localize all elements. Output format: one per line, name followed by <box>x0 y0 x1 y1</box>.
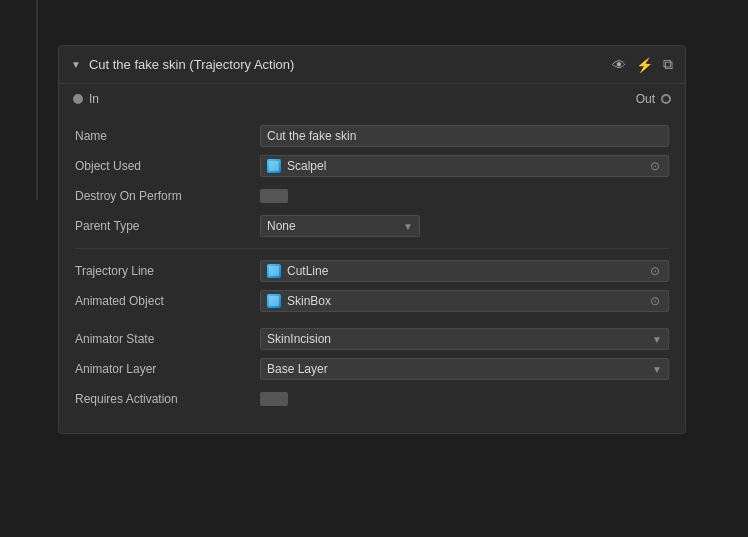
animator-state-selected: SkinIncision <box>267 332 652 346</box>
requires-activation-label: Requires Activation <box>75 392 260 406</box>
animated-object-value: SkinBox ⊙ <box>260 290 669 312</box>
destroy-on-perform-value <box>260 189 669 203</box>
trajectory-line-field[interactable]: CutLine ⊙ <box>260 260 669 282</box>
panel-content: Name Object Used Scalpel ⊙ Destroy <box>59 114 685 433</box>
animated-object-target-button[interactable]: ⊙ <box>648 294 662 308</box>
trajectory-line-label: Trajectory Line <box>75 264 260 278</box>
object-used-field-row: Object Used Scalpel ⊙ <box>75 154 669 178</box>
destroy-on-perform-field-row: Destroy On Perform <box>75 184 669 208</box>
section-gap <box>75 319 669 327</box>
name-input[interactable] <box>260 125 669 147</box>
link-icon[interactable]: ⧉ <box>663 56 673 73</box>
in-dot <box>73 94 83 104</box>
animator-layer-arrow-icon: ▼ <box>652 364 662 375</box>
trajectory-line-target-button[interactable]: ⊙ <box>648 264 662 278</box>
left-decoration <box>36 0 38 200</box>
inout-row: In Out <box>59 84 685 114</box>
animator-layer-label: Animator Layer <box>75 362 260 376</box>
destroy-on-perform-label: Destroy On Perform <box>75 189 260 203</box>
out-connector[interactable]: Out <box>636 92 671 106</box>
skinbox-icon <box>267 294 281 308</box>
animated-object-field-row: Animated Object SkinBox ⊙ <box>75 289 669 313</box>
parent-type-arrow-icon: ▼ <box>403 221 413 232</box>
name-label: Name <box>75 129 260 143</box>
animator-layer-value: Base Layer ▼ <box>260 358 669 380</box>
background: ▼ Cut the fake skin (Trajectory Action) … <box>0 0 748 537</box>
destroy-on-perform-toggle[interactable] <box>260 189 288 203</box>
requires-activation-value <box>260 392 669 406</box>
object-used-label: Object Used <box>75 159 260 173</box>
trajectory-line-value: CutLine ⊙ <box>260 260 669 282</box>
trajectory-line-name: CutLine <box>287 264 648 278</box>
visibility-icon[interactable]: 👁 <box>612 57 626 73</box>
in-connector[interactable]: In <box>73 92 99 106</box>
scalpel-icon <box>267 159 281 173</box>
animator-layer-field-row: Animator Layer Base Layer ▼ <box>75 357 669 381</box>
parent-type-field-row: Parent Type None ▼ <box>75 214 669 238</box>
requires-activation-field-row: Requires Activation <box>75 387 669 411</box>
name-value-container <box>260 125 669 147</box>
bolt-icon[interactable]: ⚡ <box>636 57 653 73</box>
requires-activation-toggle[interactable] <box>260 392 288 406</box>
object-used-value: Scalpel ⊙ <box>260 155 669 177</box>
panel-title: Cut the fake skin (Trajectory Action) <box>89 57 604 72</box>
out-dot <box>661 94 671 104</box>
animated-object-label: Animated Object <box>75 294 260 308</box>
animator-state-arrow-icon: ▼ <box>652 334 662 345</box>
header-icons: 👁 ⚡ ⧉ <box>612 56 673 73</box>
animator-state-value: SkinIncision ▼ <box>260 328 669 350</box>
cutline-icon <box>267 264 281 278</box>
parent-type-selected: None <box>267 219 403 233</box>
animator-layer-selected: Base Layer <box>267 362 652 376</box>
object-used-target-button[interactable]: ⊙ <box>648 159 662 173</box>
collapse-arrow-icon[interactable]: ▼ <box>71 59 81 70</box>
animator-state-field-row: Animator State SkinIncision ▼ <box>75 327 669 351</box>
divider-1 <box>75 248 669 249</box>
animated-object-field[interactable]: SkinBox ⊙ <box>260 290 669 312</box>
panel-header: ▼ Cut the fake skin (Trajectory Action) … <box>59 46 685 84</box>
parent-type-label: Parent Type <box>75 219 260 233</box>
animator-state-label: Animator State <box>75 332 260 346</box>
trajectory-action-panel: ▼ Cut the fake skin (Trajectory Action) … <box>58 45 686 434</box>
animator-layer-dropdown[interactable]: Base Layer ▼ <box>260 358 669 380</box>
parent-type-value: None ▼ <box>260 215 669 237</box>
animator-state-dropdown[interactable]: SkinIncision ▼ <box>260 328 669 350</box>
animated-object-name: SkinBox <box>287 294 648 308</box>
in-label-text: In <box>89 92 99 106</box>
name-field-row: Name <box>75 124 669 148</box>
parent-type-dropdown[interactable]: None ▼ <box>260 215 420 237</box>
object-used-name: Scalpel <box>287 159 648 173</box>
trajectory-line-field-row: Trajectory Line CutLine ⊙ <box>75 259 669 283</box>
out-label-text: Out <box>636 92 655 106</box>
object-used-field[interactable]: Scalpel ⊙ <box>260 155 669 177</box>
